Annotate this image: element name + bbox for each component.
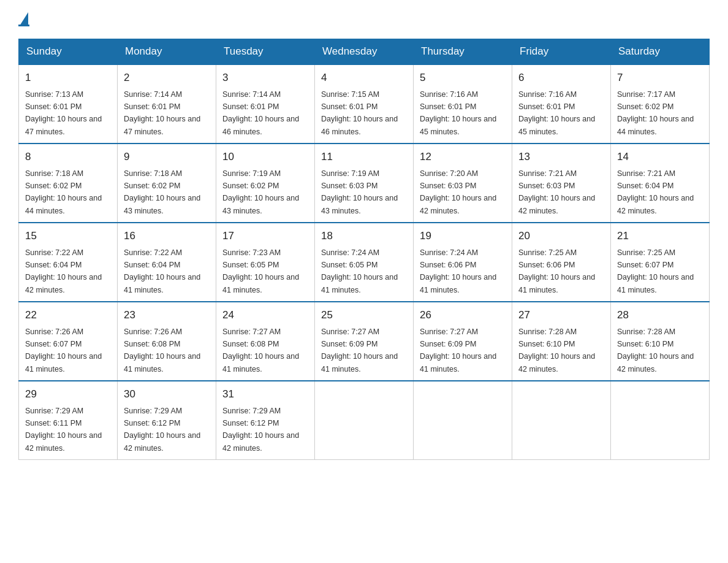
cell-details: Sunrise: 7:27 AMSunset: 6:09 PMDaylight:… (321, 327, 398, 373)
day-number: 14 (617, 149, 703, 165)
calendar-cell: 23Sunrise: 7:26 AMSunset: 6:08 PMDayligh… (118, 302, 216, 381)
calendar-day-header: Wednesday (315, 39, 414, 65)
calendar-cell (414, 381, 512, 460)
day-number: 22 (25, 307, 111, 323)
day-number: 3 (222, 70, 308, 86)
calendar-day-header: Sunday (19, 39, 118, 65)
calendar-cell: 18Sunrise: 7:24 AMSunset: 6:05 PMDayligh… (315, 223, 414, 302)
calendar-cell: 9Sunrise: 7:18 AMSunset: 6:02 PMDaylight… (118, 144, 216, 223)
logo (18, 12, 29, 26)
cell-details: Sunrise: 7:29 AMSunset: 6:12 PMDaylight:… (124, 407, 200, 453)
calendar-header-row: SundayMondayTuesdayWednesdayThursdayFrid… (19, 39, 710, 65)
day-number: 30 (124, 386, 210, 402)
calendar-day-header: Saturday (611, 39, 710, 65)
calendar-cell: 29Sunrise: 7:29 AMSunset: 6:11 PMDayligh… (19, 381, 118, 460)
calendar-cell: 24Sunrise: 7:27 AMSunset: 6:08 PMDayligh… (216, 302, 315, 381)
day-number: 1 (25, 70, 111, 86)
day-number: 13 (518, 149, 604, 165)
day-number: 19 (420, 228, 506, 244)
day-number: 17 (222, 228, 308, 244)
calendar-cell: 7Sunrise: 7:17 AMSunset: 6:02 PMDaylight… (611, 64, 710, 144)
calendar-cell: 12Sunrise: 7:20 AMSunset: 6:03 PMDayligh… (414, 144, 512, 223)
calendar-cell: 16Sunrise: 7:22 AMSunset: 6:04 PMDayligh… (118, 223, 216, 302)
calendar-cell: 27Sunrise: 7:28 AMSunset: 6:10 PMDayligh… (512, 302, 611, 381)
cell-details: Sunrise: 7:24 AMSunset: 6:06 PMDaylight:… (420, 248, 496, 294)
cell-details: Sunrise: 7:26 AMSunset: 6:08 PMDaylight:… (124, 327, 200, 373)
calendar-cell: 17Sunrise: 7:23 AMSunset: 6:05 PMDayligh… (216, 223, 315, 302)
cell-details: Sunrise: 7:13 AMSunset: 6:01 PMDaylight:… (25, 90, 102, 136)
cell-details: Sunrise: 7:16 AMSunset: 6:01 PMDaylight:… (518, 90, 595, 136)
calendar-cell: 19Sunrise: 7:24 AMSunset: 6:06 PMDayligh… (414, 223, 512, 302)
calendar-cell: 10Sunrise: 7:19 AMSunset: 6:02 PMDayligh… (216, 144, 315, 223)
cell-details: Sunrise: 7:24 AMSunset: 6:05 PMDaylight:… (321, 248, 398, 294)
calendar-cell: 14Sunrise: 7:21 AMSunset: 6:04 PMDayligh… (611, 144, 710, 223)
calendar-day-header: Friday (512, 39, 611, 65)
day-number: 6 (518, 70, 604, 86)
cell-details: Sunrise: 7:28 AMSunset: 6:10 PMDaylight:… (518, 327, 595, 373)
calendar-cell: 5Sunrise: 7:16 AMSunset: 6:01 PMDaylight… (414, 64, 512, 144)
cell-details: Sunrise: 7:20 AMSunset: 6:03 PMDaylight:… (420, 169, 496, 215)
logo-underline (18, 25, 29, 26)
calendar-cell: 3Sunrise: 7:14 AMSunset: 6:01 PMDaylight… (216, 64, 315, 144)
calendar-week-row: 8Sunrise: 7:18 AMSunset: 6:02 PMDaylight… (19, 144, 710, 223)
cell-details: Sunrise: 7:18 AMSunset: 6:02 PMDaylight:… (25, 169, 102, 215)
calendar-week-row: 29Sunrise: 7:29 AMSunset: 6:11 PMDayligh… (19, 381, 710, 460)
cell-details: Sunrise: 7:19 AMSunset: 6:02 PMDaylight:… (222, 169, 299, 215)
day-number: 5 (420, 70, 506, 86)
cell-details: Sunrise: 7:25 AMSunset: 6:07 PMDaylight:… (617, 248, 694, 294)
cell-details: Sunrise: 7:16 AMSunset: 6:01 PMDaylight:… (420, 90, 496, 136)
day-number: 7 (617, 70, 703, 86)
day-number: 15 (25, 228, 111, 244)
calendar-day-header: Thursday (414, 39, 512, 65)
day-number: 21 (617, 228, 703, 244)
cell-details: Sunrise: 7:18 AMSunset: 6:02 PMDaylight:… (124, 169, 200, 215)
day-number: 16 (124, 228, 210, 244)
calendar-day-header: Tuesday (216, 39, 315, 65)
calendar-cell: 15Sunrise: 7:22 AMSunset: 6:04 PMDayligh… (19, 223, 118, 302)
day-number: 20 (518, 228, 604, 244)
logo-triangle-icon (20, 12, 28, 26)
calendar-day-header: Monday (118, 39, 216, 65)
calendar-cell: 4Sunrise: 7:15 AMSunset: 6:01 PMDaylight… (315, 64, 414, 144)
calendar-cell: 21Sunrise: 7:25 AMSunset: 6:07 PMDayligh… (611, 223, 710, 302)
calendar-cell: 25Sunrise: 7:27 AMSunset: 6:09 PMDayligh… (315, 302, 414, 381)
cell-details: Sunrise: 7:17 AMSunset: 6:02 PMDaylight:… (617, 90, 694, 136)
calendar-cell: 20Sunrise: 7:25 AMSunset: 6:06 PMDayligh… (512, 223, 611, 302)
calendar-cell: 13Sunrise: 7:21 AMSunset: 6:03 PMDayligh… (512, 144, 611, 223)
cell-details: Sunrise: 7:19 AMSunset: 6:03 PMDaylight:… (321, 169, 398, 215)
calendar-cell: 1Sunrise: 7:13 AMSunset: 6:01 PMDaylight… (19, 64, 118, 144)
page-header (18, 12, 710, 26)
cell-details: Sunrise: 7:25 AMSunset: 6:06 PMDaylight:… (518, 248, 595, 294)
cell-details: Sunrise: 7:14 AMSunset: 6:01 PMDaylight:… (222, 90, 299, 136)
day-number: 18 (321, 228, 407, 244)
cell-details: Sunrise: 7:22 AMSunset: 6:04 PMDaylight:… (124, 248, 200, 294)
cell-details: Sunrise: 7:23 AMSunset: 6:05 PMDaylight:… (222, 248, 299, 294)
calendar-week-row: 1Sunrise: 7:13 AMSunset: 6:01 PMDaylight… (19, 64, 710, 144)
day-number: 4 (321, 70, 407, 86)
day-number: 11 (321, 149, 407, 165)
cell-details: Sunrise: 7:29 AMSunset: 6:11 PMDaylight:… (25, 407, 102, 453)
cell-details: Sunrise: 7:27 AMSunset: 6:09 PMDaylight:… (420, 327, 496, 373)
calendar-cell: 22Sunrise: 7:26 AMSunset: 6:07 PMDayligh… (19, 302, 118, 381)
calendar-cell: 31Sunrise: 7:29 AMSunset: 6:12 PMDayligh… (216, 381, 315, 460)
day-number: 31 (222, 386, 308, 402)
day-number: 12 (420, 149, 506, 165)
calendar-cell (611, 381, 710, 460)
calendar-cell (512, 381, 611, 460)
calendar-week-row: 15Sunrise: 7:22 AMSunset: 6:04 PMDayligh… (19, 223, 710, 302)
cell-details: Sunrise: 7:14 AMSunset: 6:01 PMDaylight:… (124, 90, 200, 136)
cell-details: Sunrise: 7:21 AMSunset: 6:03 PMDaylight:… (518, 169, 595, 215)
cell-details: Sunrise: 7:21 AMSunset: 6:04 PMDaylight:… (617, 169, 694, 215)
calendar-cell: 26Sunrise: 7:27 AMSunset: 6:09 PMDayligh… (414, 302, 512, 381)
calendar-cell (315, 381, 414, 460)
calendar-cell: 11Sunrise: 7:19 AMSunset: 6:03 PMDayligh… (315, 144, 414, 223)
cell-details: Sunrise: 7:29 AMSunset: 6:12 PMDaylight:… (222, 407, 299, 453)
day-number: 10 (222, 149, 308, 165)
cell-details: Sunrise: 7:15 AMSunset: 6:01 PMDaylight:… (321, 90, 398, 136)
calendar-table: SundayMondayTuesdayWednesdayThursdayFrid… (18, 39, 710, 460)
calendar-cell: 2Sunrise: 7:14 AMSunset: 6:01 PMDaylight… (118, 64, 216, 144)
calendar-cell: 6Sunrise: 7:16 AMSunset: 6:01 PMDaylight… (512, 64, 611, 144)
cell-details: Sunrise: 7:28 AMSunset: 6:10 PMDaylight:… (617, 327, 694, 373)
day-number: 24 (222, 307, 308, 323)
calendar-cell: 30Sunrise: 7:29 AMSunset: 6:12 PMDayligh… (118, 381, 216, 460)
